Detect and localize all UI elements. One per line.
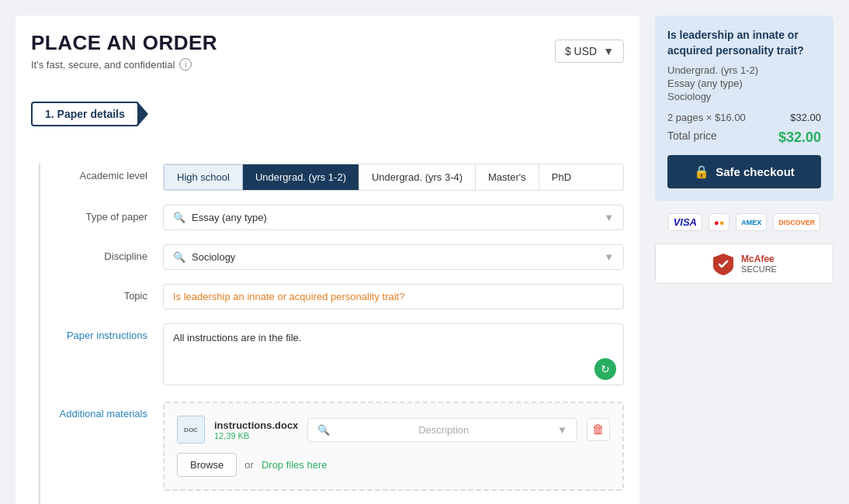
paper-instructions-control: All instructions are in the file. ↻ [163,323,624,388]
discipline-row: Discipline 🔍 Sociology ▼ [31,244,624,270]
uploaded-file: DOC instructions.docx 12,39 KB 🔍 Descrip… [177,416,610,444]
browse-row: Browse or Drop files here [177,453,610,477]
discipline-select[interactable]: 🔍 Sociology ▼ [163,244,624,270]
discipline-value: Sociology [192,251,235,263]
checkout-label: Safe checkout [716,165,795,178]
chevron-down-icon: ▼ [557,424,567,436]
upload-area: DOC instructions.docx 12,39 KB 🔍 Descrip… [163,402,624,491]
paper-instructions-row: Paper instructions All instructions are … [31,323,624,388]
additional-materials-row: Additional materials DOC instructions.do… [31,402,624,491]
file-name: instructions.docx [214,419,298,431]
or-text: or [244,459,254,471]
discipline-control: 🔍 Sociology ▼ [163,244,624,270]
summary-detail-discipline: Sociology [667,91,821,102]
topic-control [163,284,624,309]
info-icon[interactable]: i [179,58,192,71]
summary-detail-type: Essay (any type) [667,78,821,89]
summary-pricing: 2 pages × $16.00 $32.00 [667,112,821,123]
subtitle-text: It's fast, secure, and confidential [31,59,175,71]
academic-levels: High school Undergrad. (yrs 1-2) Undergr… [163,164,624,191]
pricing-label: 2 pages × $16.00 [667,112,746,123]
page-title: PLACE AN ORDER [31,31,624,55]
file-icon: DOC [177,416,205,444]
step-number: 1. [45,108,54,120]
checkout-button[interactable]: 🔒 Safe checkout [667,155,821,188]
type-of-paper-select[interactable]: 🔍 Essay (any type) ▼ [163,205,624,230]
academic-level-control: High school Undergrad. (yrs 1-2) Undergr… [163,164,624,191]
mcafee-secure-text: SECURE [741,264,777,274]
refresh-icon[interactable]: ↻ [594,358,616,380]
order-summary-card: Is leadership an innate or acquired pers… [655,16,833,201]
type-of-paper-row: Type of paper 🔍 Essay (any type) ▼ [31,205,624,230]
total-price: $32.00 [778,129,821,146]
payment-logos: VISA ●● AMEX DISCOVER [655,213,833,231]
type-of-paper-control: 🔍 Essay (any type) ▼ [163,205,624,230]
step-header: 1. Paper details [31,102,139,126]
file-info: instructions.docx 12,39 KB [214,419,298,440]
visa-logo: VISA [668,213,702,231]
total-label: Total price [667,129,717,146]
mastercard-logo: ●● [709,213,729,231]
mcafee-badge: McAfee SECURE [655,243,833,284]
level-phd[interactable]: PhD [539,164,584,190]
description-select[interactable]: 🔍 Description ▼ [307,418,577,442]
description-placeholder: Description [418,424,469,436]
topic-row: Topic [31,284,624,309]
total-row: Total price $32.00 [667,129,821,146]
type-of-paper-value: Essay (any type) [192,212,267,223]
search-icon: 🔍 [317,424,330,436]
delete-file-button[interactable]: 🗑 [587,418,610,441]
discover-logo: DISCOVER [773,213,820,231]
additional-materials-control: DOC instructions.docx 12,39 KB 🔍 Descrip… [163,402,624,491]
search-icon: 🔍 [173,212,185,223]
mcafee-icon [712,252,735,275]
chevron-down-icon: ▼ [604,251,614,263]
level-masters[interactable]: Master's [476,164,539,190]
additional-materials-label: Additional materials [54,402,163,419]
topic-input[interactable] [163,284,624,309]
page-subtitle: It's fast, secure, and confidential i [31,58,624,71]
discipline-label: Discipline [54,244,163,262]
paper-instructions-label: Paper instructions [54,323,163,341]
level-undergrad-1-2[interactable]: Undergrad. (yrs 1-2) [243,164,359,190]
summary-question: Is leadership an innate or acquired pers… [667,28,821,58]
chevron-down-icon: ▼ [603,45,614,57]
chevron-down-icon: ▼ [604,212,614,223]
topic-label: Topic [54,284,163,302]
currency-selector[interactable]: $ USD ▼ [555,40,624,63]
paper-instructions-textarea[interactable]: All instructions are in the file. [163,323,624,385]
level-undergrad-3-4[interactable]: Undergrad. (yrs 3-4) [359,164,476,190]
level-high-school[interactable]: High school [164,164,243,190]
lock-icon: 🔒 [694,164,709,179]
currency-label: $ USD [565,45,597,57]
academic-level-label: Academic level [54,164,163,181]
amex-logo: AMEX [736,213,767,231]
sidebar: Is leadership an innate or acquired pers… [655,16,833,504]
type-of-paper-label: Type of paper [54,205,163,223]
search-icon: 🔍 [173,251,185,263]
browse-button[interactable]: Browse [177,453,237,477]
file-size: 12,39 KB [214,431,298,440]
step-label: Paper details [57,108,125,120]
summary-detail-level: Undergrad. (yrs 1-2) [667,64,821,76]
mcafee-text: McAfee [741,254,777,264]
drop-files-text[interactable]: Drop files here [262,459,327,471]
academic-level-row: Academic level High school Undergrad. (y… [31,164,624,191]
pricing-value: $32.00 [790,112,821,123]
